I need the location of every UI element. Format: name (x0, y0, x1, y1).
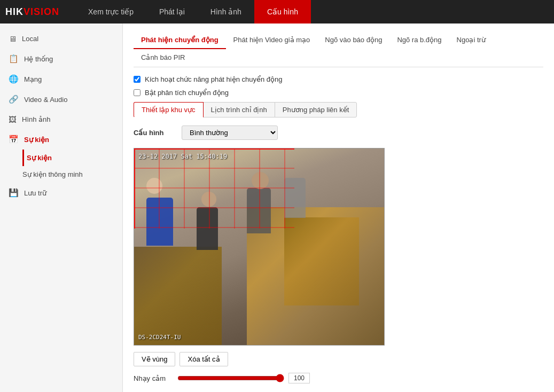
checkbox-motion-analysis-input[interactable] (134, 89, 141, 96)
config-row: Cấu hình Bình thường (134, 126, 543, 140)
slider-container: 100 (177, 373, 310, 383)
sidebar-item-video-audio[interactable]: 🔗 Video & Audio (0, 89, 122, 109)
tab-exception[interactable]: Ngoại trừ (449, 32, 493, 49)
sensitivity-row: Nhạy cảm 100 (134, 373, 543, 383)
clear-button[interactable]: Xóa tất cả (180, 352, 228, 366)
top-navigation: HIKVISION Xem trực tiếp Phát lại Hình ản… (0, 0, 554, 23)
person-3-head (252, 172, 269, 189)
main-tabs: Phát hiện chuyển động Phát hiện Video gi… (134, 32, 543, 67)
monitor-icon: 🖥 (9, 34, 17, 43)
sidebar-item-local[interactable]: 🖥 Local (0, 29, 122, 49)
tab-alarm-output[interactable]: Ngõ ra b.động (389, 32, 449, 49)
sidebar: 🖥 Local 📋 Hệ thống 🌐 Mạng 🔗 Video & Audi… (0, 23, 123, 392)
nav-image[interactable]: Hình ảnh (198, 0, 254, 23)
sensitivity-label: Nhạy cảm (134, 374, 171, 382)
sub-tab-area-setup[interactable]: Thiết lập khu vực (134, 102, 204, 117)
sidebar-item-event-section[interactable]: 📅 Sự kiện (0, 129, 122, 150)
sub-tab-schedule[interactable]: Lịch trình chỉ định (203, 102, 275, 117)
nav-live-view[interactable]: Xem trực tiếp (75, 0, 146, 23)
brand-logo: HIKVISION (5, 6, 59, 18)
system-icon: 📋 (9, 54, 19, 64)
tab-pir[interactable]: Cảnh báo PIR (134, 49, 192, 67)
network-icon: 🌐 (9, 74, 19, 84)
camera-model: DS-2CD24T-IU (138, 334, 181, 341)
content-area: Phát hiện chuyển động Phát hiện Video gi… (123, 23, 554, 392)
camera-timestamp: 23-12 2017 Sat 15:40:19 (138, 153, 227, 160)
image-icon: 🖼 (9, 115, 17, 124)
sidebar-item-system[interactable]: 📋 Hệ thống (0, 49, 122, 69)
sub-tab-linkage[interactable]: Phương pháp liên kết (275, 102, 357, 117)
nav-playback[interactable]: Phát lại (146, 0, 198, 23)
box-left-bottom (134, 247, 222, 345)
event-icon: 📅 (9, 135, 19, 144)
sensitivity-value: 100 (288, 373, 310, 383)
draw-button[interactable]: Vẽ vùng (134, 352, 175, 366)
sidebar-sub-smart-event[interactable]: Sự kiện thông minh (22, 166, 122, 183)
bottom-controls: Vẽ vùng Xóa tất cả (134, 352, 543, 366)
sidebar-sub-event[interactable]: Sự kiện (22, 150, 122, 166)
sidebar-item-network[interactable]: 🌐 Mạng (0, 69, 122, 89)
box-mid (284, 217, 359, 306)
tab-alarm-input[interactable]: Ngõ vào báo động (317, 32, 389, 49)
sidebar-item-storage[interactable]: 💾 Lưu trữ (0, 183, 122, 203)
person-1 (146, 198, 173, 246)
nav-config[interactable]: Cấu hình (254, 0, 311, 23)
storage-icon: 💾 (9, 188, 19, 198)
sidebar-sub-items: Sự kiện Sự kiện thông minh (0, 150, 122, 183)
camera-scene: 23-12 2017 Sat 15:40:19 DS-2CD24T-IU (134, 148, 384, 345)
person-2 (197, 207, 218, 250)
sensitivity-slider[interactable] (177, 374, 284, 382)
config-label: Cấu hình (134, 129, 171, 137)
checkbox-enable-motion: Kích hoạt chức năng phát hiện chuyển độn… (134, 75, 543, 83)
person-3 (247, 188, 271, 233)
sub-tabs: Thiết lập khu vực Lịch trình chỉ định Ph… (134, 102, 543, 117)
video-icon: 🔗 (9, 95, 19, 104)
person-4 (284, 178, 306, 218)
checkbox-enable-motion-input[interactable] (134, 76, 141, 83)
camera-view: 23-12 2017 Sat 15:40:19 DS-2CD24T-IU (134, 148, 385, 346)
sidebar-item-image[interactable]: 🖼 Hình ảnh (0, 109, 122, 129)
checkbox-motion-analysis: Bật phân tích chuyển động (134, 89, 543, 97)
config-select[interactable]: Bình thường (182, 126, 278, 140)
main-layout: 🖥 Local 📋 Hệ thống 🌐 Mạng 🔗 Video & Audi… (0, 23, 554, 392)
tab-video-tamper[interactable]: Phát hiện Video giả mạo (226, 32, 318, 49)
nav-items: Xem trực tiếp Phát lại Hình ảnh Cấu hình (75, 0, 549, 23)
tab-motion-detect[interactable]: Phát hiện chuyển động (134, 32, 226, 49)
